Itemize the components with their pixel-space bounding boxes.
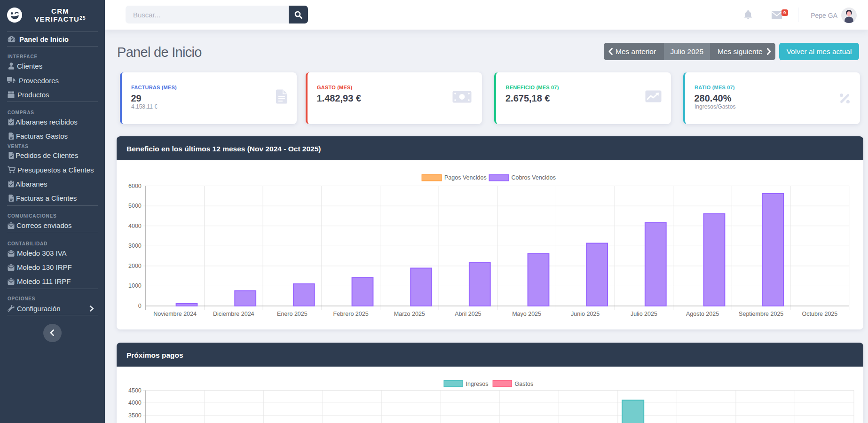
svg-text:4500: 4500 bbox=[128, 387, 142, 394]
svg-text:5000: 5000 bbox=[128, 203, 142, 210]
svg-text:Septiembre 2025: Septiembre 2025 bbox=[739, 311, 783, 317]
svg-text:Octubre 2025: Octubre 2025 bbox=[802, 311, 838, 317]
svg-text:3000: 3000 bbox=[128, 243, 142, 250]
svg-text:Ingresos: Ingresos bbox=[466, 381, 489, 387]
svg-text:6000: 6000 bbox=[128, 183, 142, 189]
svg-text:Cobros Vencidos: Cobros Vencidos bbox=[512, 175, 556, 181]
svg-text:Enero 2025: Enero 2025 bbox=[277, 311, 308, 317]
svg-text:Abril 2025: Abril 2025 bbox=[455, 311, 481, 317]
svg-text:4000: 4000 bbox=[128, 400, 142, 406]
svg-text:Julio 2025: Julio 2025 bbox=[631, 311, 657, 317]
svg-text:3500: 3500 bbox=[128, 412, 142, 419]
svg-text:Marzo 2025: Marzo 2025 bbox=[394, 311, 425, 317]
svg-text:2000: 2000 bbox=[128, 263, 142, 269]
svg-text:Gastos: Gastos bbox=[515, 381, 534, 387]
svg-text:Junio 2025: Junio 2025 bbox=[571, 311, 600, 317]
svg-text:Febrero 2025: Febrero 2025 bbox=[333, 311, 369, 317]
svg-text:0: 0 bbox=[138, 303, 142, 309]
svg-text:4000: 4000 bbox=[128, 223, 142, 229]
svg-text:Agosto 2025: Agosto 2025 bbox=[686, 311, 719, 317]
svg-text:1000: 1000 bbox=[128, 283, 142, 290]
svg-text:Mayo 2025: Mayo 2025 bbox=[512, 311, 541, 317]
svg-text:Pagos Vencidos: Pagos Vencidos bbox=[444, 175, 487, 181]
svg-text:Diciembre 2024: Diciembre 2024 bbox=[213, 311, 254, 317]
svg-text:Noviembre 2024: Noviembre 2024 bbox=[153, 311, 197, 317]
